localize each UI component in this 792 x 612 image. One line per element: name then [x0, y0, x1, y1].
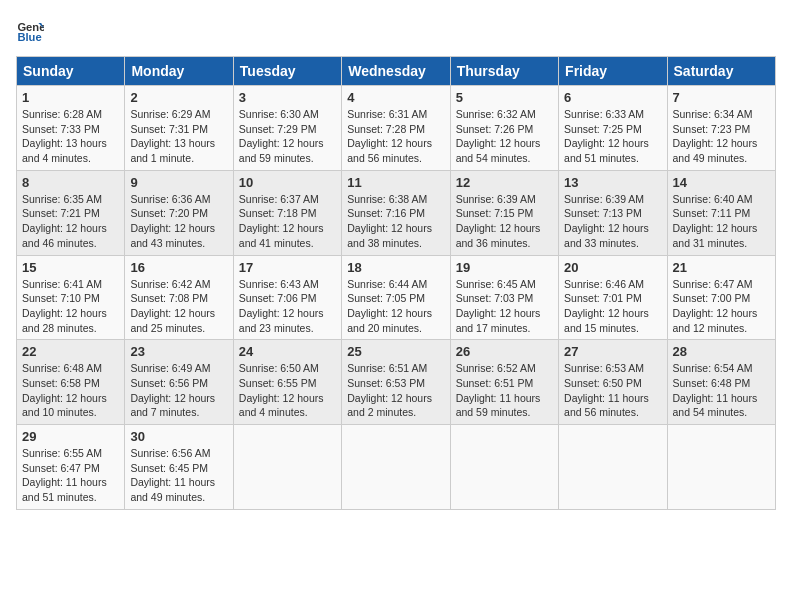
- sunrise-label: Sunrise: 6:56 AM: [130, 447, 210, 459]
- calendar-cell: 16 Sunrise: 6:42 AM Sunset: 7:08 PM Dayl…: [125, 255, 233, 340]
- day-number: 23: [130, 344, 227, 359]
- sunrise-label: Sunrise: 6:47 AM: [673, 278, 753, 290]
- sunset-label: Sunset: 7:16 PM: [347, 207, 425, 219]
- calendar-cell: 22 Sunrise: 6:48 AM Sunset: 6:58 PM Dayl…: [17, 340, 125, 425]
- calendar-cell: 6 Sunrise: 6:33 AM Sunset: 7:25 PM Dayli…: [559, 86, 667, 171]
- daylight-label: Daylight: 12 hours and 56 minutes.: [347, 137, 432, 164]
- calendar-cell: 17 Sunrise: 6:43 AM Sunset: 7:06 PM Dayl…: [233, 255, 341, 340]
- sunset-label: Sunset: 7:31 PM: [130, 123, 208, 135]
- day-number: 8: [22, 175, 119, 190]
- calendar-cell: 26 Sunrise: 6:52 AM Sunset: 6:51 PM Dayl…: [450, 340, 558, 425]
- header-friday: Friday: [559, 57, 667, 86]
- day-number: 26: [456, 344, 553, 359]
- daylight-label: Daylight: 11 hours and 54 minutes.: [673, 392, 758, 419]
- daylight-label: Daylight: 11 hours and 56 minutes.: [564, 392, 649, 419]
- header-tuesday: Tuesday: [233, 57, 341, 86]
- day-number: 4: [347, 90, 444, 105]
- sunrise-label: Sunrise: 6:52 AM: [456, 362, 536, 374]
- sunset-label: Sunset: 7:20 PM: [130, 207, 208, 219]
- sunrise-label: Sunrise: 6:45 AM: [456, 278, 536, 290]
- day-info: Sunrise: 6:49 AM Sunset: 6:56 PM Dayligh…: [130, 361, 227, 420]
- sunset-label: Sunset: 6:53 PM: [347, 377, 425, 389]
- sunrise-label: Sunrise: 6:53 AM: [564, 362, 644, 374]
- day-info: Sunrise: 6:46 AM Sunset: 7:01 PM Dayligh…: [564, 277, 661, 336]
- day-info: Sunrise: 6:48 AM Sunset: 6:58 PM Dayligh…: [22, 361, 119, 420]
- calendar-week-5: 29 Sunrise: 6:55 AM Sunset: 6:47 PM Dayl…: [17, 425, 776, 510]
- sunrise-label: Sunrise: 6:42 AM: [130, 278, 210, 290]
- sunrise-label: Sunrise: 6:43 AM: [239, 278, 319, 290]
- calendar-body: 1 Sunrise: 6:28 AM Sunset: 7:33 PM Dayli…: [17, 86, 776, 510]
- sunrise-label: Sunrise: 6:30 AM: [239, 108, 319, 120]
- calendar-cell: 9 Sunrise: 6:36 AM Sunset: 7:20 PM Dayli…: [125, 170, 233, 255]
- daylight-label: Daylight: 12 hours and 46 minutes.: [22, 222, 107, 249]
- sunrise-label: Sunrise: 6:48 AM: [22, 362, 102, 374]
- sunset-label: Sunset: 7:15 PM: [456, 207, 534, 219]
- calendar-week-1: 1 Sunrise: 6:28 AM Sunset: 7:33 PM Dayli…: [17, 86, 776, 171]
- sunrise-label: Sunrise: 6:41 AM: [22, 278, 102, 290]
- sunset-label: Sunset: 7:01 PM: [564, 292, 642, 304]
- sunrise-label: Sunrise: 6:32 AM: [456, 108, 536, 120]
- sunset-label: Sunset: 7:00 PM: [673, 292, 751, 304]
- calendar-cell: 25 Sunrise: 6:51 AM Sunset: 6:53 PM Dayl…: [342, 340, 450, 425]
- day-number: 22: [22, 344, 119, 359]
- sunrise-label: Sunrise: 6:55 AM: [22, 447, 102, 459]
- sunset-label: Sunset: 7:03 PM: [456, 292, 534, 304]
- svg-text:Blue: Blue: [17, 31, 41, 43]
- day-info: Sunrise: 6:34 AM Sunset: 7:23 PM Dayligh…: [673, 107, 770, 166]
- calendar-cell: [667, 425, 775, 510]
- calendar-cell: 28 Sunrise: 6:54 AM Sunset: 6:48 PM Dayl…: [667, 340, 775, 425]
- daylight-label: Daylight: 12 hours and 23 minutes.: [239, 307, 324, 334]
- day-info: Sunrise: 6:52 AM Sunset: 6:51 PM Dayligh…: [456, 361, 553, 420]
- day-number: 29: [22, 429, 119, 444]
- day-number: 16: [130, 260, 227, 275]
- day-number: 14: [673, 175, 770, 190]
- day-number: 20: [564, 260, 661, 275]
- day-info: Sunrise: 6:55 AM Sunset: 6:47 PM Dayligh…: [22, 446, 119, 505]
- sunrise-label: Sunrise: 6:50 AM: [239, 362, 319, 374]
- sunset-label: Sunset: 7:08 PM: [130, 292, 208, 304]
- day-number: 13: [564, 175, 661, 190]
- daylight-label: Daylight: 12 hours and 7 minutes.: [130, 392, 215, 419]
- daylight-label: Daylight: 12 hours and 49 minutes.: [673, 137, 758, 164]
- calendar-cell: 29 Sunrise: 6:55 AM Sunset: 6:47 PM Dayl…: [17, 425, 125, 510]
- sunset-label: Sunset: 7:05 PM: [347, 292, 425, 304]
- day-info: Sunrise: 6:41 AM Sunset: 7:10 PM Dayligh…: [22, 277, 119, 336]
- sunrise-label: Sunrise: 6:36 AM: [130, 193, 210, 205]
- day-number: 27: [564, 344, 661, 359]
- day-info: Sunrise: 6:56 AM Sunset: 6:45 PM Dayligh…: [130, 446, 227, 505]
- header-sunday: Sunday: [17, 57, 125, 86]
- day-info: Sunrise: 6:32 AM Sunset: 7:26 PM Dayligh…: [456, 107, 553, 166]
- day-info: Sunrise: 6:47 AM Sunset: 7:00 PM Dayligh…: [673, 277, 770, 336]
- calendar-cell: 20 Sunrise: 6:46 AM Sunset: 7:01 PM Dayl…: [559, 255, 667, 340]
- sunrise-label: Sunrise: 6:38 AM: [347, 193, 427, 205]
- day-number: 19: [456, 260, 553, 275]
- day-info: Sunrise: 6:39 AM Sunset: 7:13 PM Dayligh…: [564, 192, 661, 251]
- day-number: 7: [673, 90, 770, 105]
- day-info: Sunrise: 6:39 AM Sunset: 7:15 PM Dayligh…: [456, 192, 553, 251]
- header-thursday: Thursday: [450, 57, 558, 86]
- daylight-label: Daylight: 12 hours and 2 minutes.: [347, 392, 432, 419]
- daylight-label: Daylight: 12 hours and 10 minutes.: [22, 392, 107, 419]
- day-number: 6: [564, 90, 661, 105]
- day-info: Sunrise: 6:50 AM Sunset: 6:55 PM Dayligh…: [239, 361, 336, 420]
- sunset-label: Sunset: 7:26 PM: [456, 123, 534, 135]
- sunset-label: Sunset: 6:56 PM: [130, 377, 208, 389]
- calendar-cell: 13 Sunrise: 6:39 AM Sunset: 7:13 PM Dayl…: [559, 170, 667, 255]
- calendar-week-4: 22 Sunrise: 6:48 AM Sunset: 6:58 PM Dayl…: [17, 340, 776, 425]
- daylight-label: Daylight: 11 hours and 51 minutes.: [22, 476, 107, 503]
- sunrise-label: Sunrise: 6:49 AM: [130, 362, 210, 374]
- day-number: 30: [130, 429, 227, 444]
- sunset-label: Sunset: 6:50 PM: [564, 377, 642, 389]
- calendar-cell: 27 Sunrise: 6:53 AM Sunset: 6:50 PM Dayl…: [559, 340, 667, 425]
- calendar-cell: 24 Sunrise: 6:50 AM Sunset: 6:55 PM Dayl…: [233, 340, 341, 425]
- sunrise-label: Sunrise: 6:35 AM: [22, 193, 102, 205]
- sunset-label: Sunset: 6:55 PM: [239, 377, 317, 389]
- day-info: Sunrise: 6:53 AM Sunset: 6:50 PM Dayligh…: [564, 361, 661, 420]
- sunset-label: Sunset: 6:58 PM: [22, 377, 100, 389]
- daylight-label: Daylight: 11 hours and 49 minutes.: [130, 476, 215, 503]
- day-info: Sunrise: 6:42 AM Sunset: 7:08 PM Dayligh…: [130, 277, 227, 336]
- calendar-cell: 4 Sunrise: 6:31 AM Sunset: 7:28 PM Dayli…: [342, 86, 450, 171]
- sunset-label: Sunset: 6:47 PM: [22, 462, 100, 474]
- sunrise-label: Sunrise: 6:29 AM: [130, 108, 210, 120]
- day-number: 12: [456, 175, 553, 190]
